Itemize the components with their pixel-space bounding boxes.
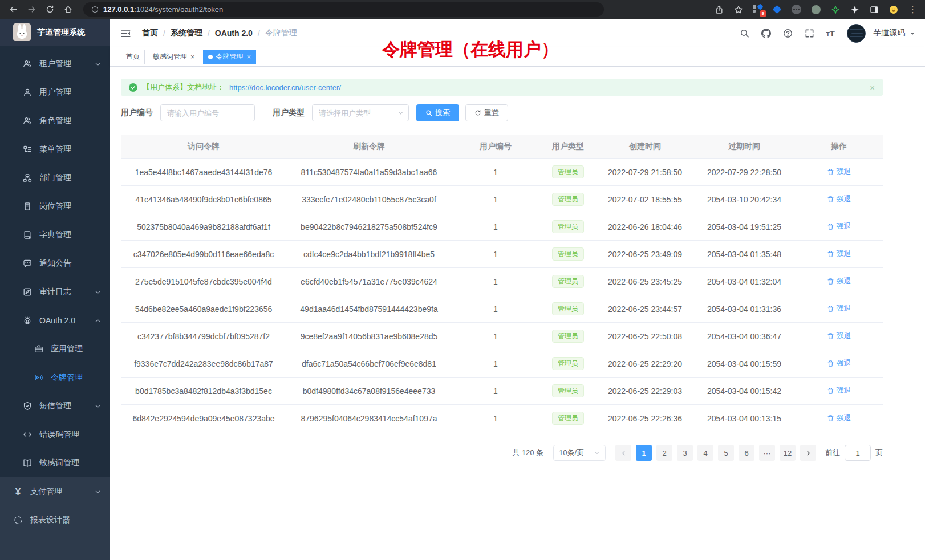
app-logo[interactable]: 芋道管理系统	[0, 19, 110, 46]
sidebar-item-审计日志[interactable]: 审计日志	[0, 278, 110, 306]
github-icon[interactable]	[761, 29, 771, 38]
user-type-badge: 管理员	[552, 275, 584, 287]
extension-utools-icon[interactable]: 9	[752, 4, 763, 15]
doc-link[interactable]: https://doc.iocoder.cn/user-center/	[229, 83, 341, 92]
sidebar-item-错误码管理[interactable]: 错误码管理	[0, 420, 110, 449]
sidebar-item-菜单管理[interactable]: 菜单管理	[0, 135, 110, 164]
force-logout-button[interactable]: 强退	[827, 221, 851, 232]
bookmark-star-icon[interactable]	[733, 4, 744, 15]
extension-green-star-icon[interactable]	[830, 4, 841, 15]
browser-menu-icon[interactable]: ⋮	[907, 4, 918, 15]
tab-敏感词管理[interactable]: 敏感词管理×	[148, 50, 200, 64]
username[interactable]: 芋道源码	[873, 28, 905, 38]
sidebar-item-label: 支付管理	[30, 486, 62, 497]
tab-首页[interactable]: 首页	[121, 50, 145, 64]
sidebar-item-角色管理[interactable]: 角色管理	[0, 107, 110, 135]
page-size-select[interactable]: 10条/页	[553, 445, 606, 461]
page-button-12[interactable]: 12	[780, 445, 796, 461]
user-type-badge: 管理员	[552, 357, 584, 370]
search-button[interactable]: 搜索	[416, 104, 459, 121]
sidebar-item-用户管理[interactable]: 用户管理	[0, 78, 110, 107]
next-page-button[interactable]	[800, 445, 816, 461]
action-cell: 强退	[795, 268, 883, 295]
sidebar-item-岗位管理[interactable]: 岗位管理	[0, 192, 110, 221]
font-size-icon[interactable]: TT	[826, 29, 835, 38]
page-button-4[interactable]: 4	[697, 445, 713, 461]
refresh-token-cell: 49d1aa46d1454fbd87591444423be9fa	[286, 295, 452, 323]
extension-badge: 9	[760, 10, 766, 17]
user-type-select[interactable]	[312, 104, 409, 121]
share-icon[interactable]	[713, 4, 724, 15]
sidebar-item-字典管理[interactable]: 字典管理	[0, 221, 110, 249]
org-tree-icon	[22, 173, 32, 183]
reload-icon[interactable]	[42, 3, 57, 17]
tab-close-icon[interactable]: ×	[190, 53, 195, 60]
user-id-input[interactable]	[160, 104, 255, 121]
back-icon[interactable]	[6, 3, 21, 17]
extension-pinwheel-icon[interactable]	[849, 4, 860, 15]
sidebar-item-令牌管理[interactable]: 令牌管理	[0, 363, 110, 392]
prev-page-button[interactable]	[615, 445, 631, 461]
user-type-badge: 管理员	[552, 412, 584, 424]
access-token-cell: 275e5de9151045fe87cbdc395e004f4d	[121, 268, 286, 295]
force-logout-button[interactable]: 强退	[827, 413, 851, 423]
user-id-cell: 1	[452, 405, 539, 432]
page-button-2[interactable]: 2	[656, 445, 672, 461]
extension-green-circle-icon[interactable]	[810, 4, 821, 15]
pager-ellipsis[interactable]: ···	[759, 445, 775, 461]
home-icon[interactable]	[60, 3, 75, 17]
goto-page-input[interactable]	[845, 445, 871, 461]
sidebar-item-短信管理[interactable]: 短信管理	[0, 392, 110, 420]
sidebar-item-报表设计器[interactable]: 报表设计器	[0, 506, 110, 534]
breadcrumb-item[interactable]: 首页	[142, 28, 158, 38]
force-logout-button[interactable]: 强退	[827, 194, 851, 204]
user-id-cell: 1	[452, 159, 539, 186]
sidebar-item-label: 岗位管理	[39, 201, 71, 212]
fullscreen-icon[interactable]	[805, 29, 814, 38]
page-button-5[interactable]: 5	[718, 445, 734, 461]
force-logout-button[interactable]: 强退	[827, 249, 851, 259]
sidebar-item-部门管理[interactable]: 部门管理	[0, 164, 110, 192]
breadcrumb-item[interactable]: OAuth 2.0	[215, 29, 253, 38]
tab-close-icon[interactable]: ×	[247, 53, 251, 60]
side-panel-icon[interactable]	[869, 4, 879, 15]
site-info-icon[interactable]	[91, 6, 99, 13]
user-avatar[interactable]	[847, 24, 866, 43]
page-button-1[interactable]: 1	[636, 445, 652, 461]
page-button-6[interactable]: 6	[739, 445, 754, 461]
sidebar-item-租户管理[interactable]: 租户管理	[0, 50, 110, 78]
url-text: 127.0.0.1:1024/system/oauth2/token	[103, 5, 223, 14]
force-logout-button[interactable]: 强退	[827, 358, 851, 368]
force-logout-button[interactable]: 强退	[827, 331, 851, 341]
sidebar-item-应用管理[interactable]: 应用管理	[0, 335, 110, 363]
force-logout-button[interactable]: 强退	[827, 276, 851, 286]
force-logout-button[interactable]: 强退	[827, 167, 851, 177]
reset-button[interactable]: 重置	[465, 104, 508, 121]
address-bar[interactable]: 127.0.0.1:1024/system/oauth2/token	[83, 2, 604, 17]
user-type-select-input[interactable]	[312, 104, 409, 121]
force-logout-label: 强退	[837, 249, 851, 259]
total-count: 共 120 条	[512, 448, 543, 458]
forward-icon[interactable]	[24, 3, 39, 17]
extension-diamond-icon[interactable]	[772, 4, 782, 15]
sidebar-item-通知公告[interactable]: 通知公告	[0, 249, 110, 278]
profile-emoji-avatar[interactable]	[888, 4, 899, 15]
extension-dark-circle-icon[interactable]	[791, 4, 802, 15]
force-logout-label: 强退	[837, 331, 851, 341]
user-menu-caret-icon[interactable]	[910, 33, 915, 37]
help-icon[interactable]	[783, 29, 793, 38]
sidebar-item-敏感词管理[interactable]: 敏感词管理	[0, 449, 110, 477]
tab-令牌管理[interactable]: 令牌管理×	[203, 50, 257, 64]
alert-close-icon[interactable]: ×	[870, 83, 875, 92]
page-button-3[interactable]: 3	[677, 445, 693, 461]
search-icon[interactable]	[740, 29, 749, 38]
table-row: 1ea5e44f8bc1467aaede43144f31de76811c5304…	[121, 159, 883, 186]
chevron-up-icon	[95, 318, 101, 324]
breadcrumb-item[interactable]: 系统管理	[171, 28, 202, 38]
expire-time-cell: 2054-03-04 00:36:47	[693, 323, 795, 350]
sidebar-item-支付管理[interactable]: ¥支付管理	[0, 477, 110, 506]
force-logout-button[interactable]: 强退	[827, 385, 851, 396]
sidebar-item-OAuth 2.0[interactable]: OAuth 2.0	[0, 306, 110, 335]
sidebar-toggle-icon[interactable]	[118, 26, 133, 41]
force-logout-button[interactable]: 强退	[827, 303, 851, 314]
